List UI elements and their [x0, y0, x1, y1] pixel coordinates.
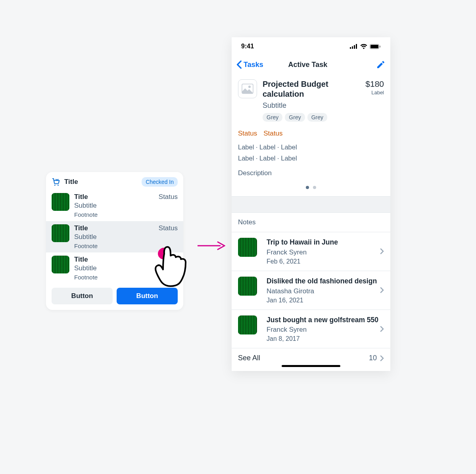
svg-rect-7 — [356, 44, 357, 49]
battery-icon — [370, 44, 381, 49]
see-all-label: See All — [238, 354, 260, 362]
item-title: Title — [74, 256, 173, 264]
svg-rect-9 — [370, 45, 378, 48]
arrow-right-icon — [198, 241, 225, 250]
note-date: Jan 8, 2017 — [267, 335, 380, 342]
price-value: $180 — [365, 79, 384, 89]
note-item[interactable]: Trip to Hawaii in June Franck Syren Feb … — [232, 232, 390, 271]
note-item[interactable]: Just bought a new golfstream 550 Franck … — [232, 310, 390, 349]
primary-button[interactable]: Button — [117, 288, 178, 304]
svg-rect-10 — [380, 46, 380, 48]
item-footnote: Footnote — [74, 243, 159, 249]
edit-icon[interactable] — [376, 60, 386, 69]
item-status: Status — [159, 193, 178, 201]
chevron-right-icon — [380, 326, 384, 332]
thumbnail-image — [238, 315, 257, 334]
image-placeholder-icon — [238, 79, 257, 98]
list-card: Title Checked In Title Subtitle Footnote… — [46, 172, 183, 310]
item-subtitle: Subtitle — [74, 233, 159, 241]
svg-rect-4 — [350, 47, 351, 49]
nav-title: Active Task — [240, 61, 376, 69]
item-status: S — [173, 256, 178, 264]
svg-rect-5 — [352, 46, 353, 49]
task-title: Projected Budget calculation — [263, 79, 360, 99]
status-text: Status — [238, 130, 257, 138]
tag: Grey — [285, 113, 305, 122]
description: Description — [232, 164, 390, 182]
svg-rect-6 — [354, 45, 355, 49]
section-divider — [232, 196, 390, 213]
section-header: Notes — [232, 213, 390, 232]
dot-active — [306, 186, 309, 189]
item-subtitle: Subtitle — [74, 202, 159, 210]
note-item[interactable]: Disliked the old fashioned design Natash… — [232, 271, 390, 310]
note-author: Franck Syren — [267, 248, 380, 256]
item-subtitle: Subtitle — [74, 264, 173, 272]
chevron-right-icon — [380, 248, 384, 254]
signal-icon — [350, 44, 358, 49]
note-author: Franck Syren — [267, 326, 380, 334]
page-indicator[interactable] — [232, 182, 390, 196]
note-title: Trip to Hawaii in June — [267, 238, 380, 247]
thumbnail-image — [238, 238, 257, 257]
label-line: Label · Label · Label — [238, 141, 384, 153]
list-item[interactable]: Title Subtitle Footnote S — [46, 252, 183, 284]
secondary-button[interactable]: Button — [52, 288, 113, 304]
item-footnote: Footnote — [74, 211, 159, 218]
thumbnail-image — [52, 224, 69, 242]
note-date: Jan 16, 2021 — [267, 297, 380, 304]
task-subtitle: Subtitle — [263, 101, 360, 110]
label-grid: Label · Label · Label Label · Label · La… — [232, 138, 390, 164]
card-title: Title — [64, 178, 142, 186]
status-text: Status — [263, 130, 282, 138]
chevron-right-icon — [380, 355, 384, 361]
wifi-icon — [360, 44, 367, 49]
see-all-count: 10 — [369, 354, 377, 362]
svg-point-12 — [248, 86, 251, 88]
status-chip: Checked In — [142, 177, 178, 187]
cart-icon — [52, 178, 60, 186]
item-footnote: Footnote — [74, 274, 173, 281]
svg-point-1 — [58, 185, 59, 186]
label-line: Label · Label · Label — [238, 153, 384, 164]
note-date: Feb 6, 2021 — [267, 258, 380, 265]
status-row: Status Status — [232, 130, 390, 138]
list-item[interactable]: Title Subtitle Footnote Status — [46, 190, 183, 221]
item-status: Status — [159, 224, 178, 232]
note-title: Disliked the old fashioned design — [267, 277, 380, 286]
card-header: Title Checked In — [46, 172, 183, 190]
thumbnail-image — [52, 193, 69, 211]
status-time: 9:41 — [241, 43, 254, 50]
item-title: Title — [74, 224, 159, 232]
svg-point-0 — [54, 185, 56, 186]
note-title: Just bought a new golfstream 550 — [267, 315, 380, 325]
dot — [313, 186, 316, 189]
phone-frame: 9:41 Tasks Active Task Projected Budget … — [232, 37, 390, 371]
ios-status-bar: 9:41 — [232, 37, 390, 55]
thumbnail-image — [238, 277, 257, 296]
chevron-right-icon — [380, 287, 384, 293]
item-title: Title — [74, 193, 159, 201]
note-author: Natasha Girotra — [267, 287, 380, 295]
list-item[interactable]: Title Subtitle Footnote Status — [46, 221, 183, 252]
thumbnail-image — [52, 256, 69, 273]
detail-header: Projected Budget calculation Subtitle Gr… — [232, 74, 390, 128]
tag: Grey — [263, 113, 282, 122]
nav-bar: Tasks Active Task — [232, 55, 390, 74]
price-label: Label — [365, 90, 384, 96]
home-indicator[interactable] — [282, 365, 340, 367]
tag: Grey — [307, 113, 327, 122]
